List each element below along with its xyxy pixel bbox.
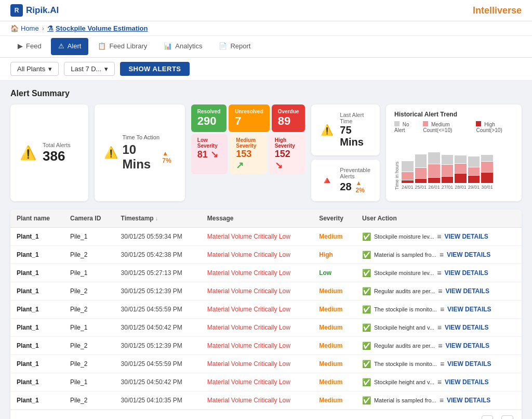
cell-camera-5: Pile_1 [64, 319, 115, 337]
cell-action-4: ✅ The stockpile is monito... ≡ VIEW DETA… [356, 300, 522, 319]
action-menu-icon-6[interactable]: ≡ [438, 342, 442, 350]
cell-action-8: ✅ Stockpile height and v... ≡ VIEW DETAI… [356, 373, 522, 391]
cell-severity-6: Medium [313, 337, 356, 355]
overdue-box: Overdue 89 [272, 104, 305, 132]
danger-icon-preventable: 🔺 [321, 174, 334, 187]
cell-camera-7: Pile_2 [64, 355, 115, 373]
action-text-3: Regular audits are per... [374, 288, 435, 294]
report-icon: 📄 [219, 42, 227, 50]
bar-27 [442, 136, 454, 183]
view-details-btn-5[interactable]: VIEW DETAILS [445, 324, 488, 331]
cell-camera-6: Pile_2 [64, 337, 115, 355]
cell-camera-0: Pile_1 [64, 228, 115, 246]
action-menu-icon-3[interactable]: ≡ [438, 287, 442, 295]
cell-action-3: ✅ Regular audits are per... ≡ VIEW DETAI… [356, 282, 522, 300]
breadcrumb-separator: › [42, 24, 44, 32]
logo: R Ripik.AI [10, 4, 59, 17]
next-page-button[interactable]: › [501, 415, 513, 419]
action-menu-icon-7[interactable]: ≡ [440, 360, 444, 368]
check-icon-1: ✅ [362, 251, 371, 259]
preventable-alerts-card: 🔺 Preventable Alerts 28 ▲ 2% [311, 160, 380, 201]
x-label-2: 26/01 [428, 185, 440, 190]
cell-message-9: Material Volume Critically Low [201, 391, 313, 410]
view-details-btn-8[interactable]: VIEW DETAILS [445, 378, 488, 386]
view-details-btn-0[interactable]: VIEW DETAILS [444, 233, 488, 240]
cell-plant-8: Plant_1 [10, 373, 64, 391]
cell-timestamp-5: 30/01/25 04:50:42 PM [115, 319, 201, 337]
action-text-1: Material is sampled fro... [374, 252, 436, 258]
bar-24 [402, 136, 414, 183]
action-menu-icon-1[interactable]: ≡ [440, 251, 444, 259]
prev-page-button[interactable]: ‹ [482, 415, 494, 419]
cell-action-2: ✅ Stockpile moisture lev... ≡ VIEW DETAI… [356, 264, 522, 282]
cell-action-9: ✅ Material is sampled fro... ≡ VIEW DETA… [356, 391, 522, 410]
cell-plant-7: Plant_1 [10, 355, 64, 373]
check-icon-5: ✅ [362, 323, 371, 332]
cell-plant-3: Plant_1 [10, 282, 64, 300]
table-row: Plant_1 Pile_2 30/01/25 04:10:35 PM Mate… [10, 391, 522, 410]
cell-plant-6: Plant_1 [10, 337, 64, 355]
view-details-btn-7[interactable]: VIEW DETAILS [447, 360, 491, 368]
col-timestamp[interactable]: Timestamp ↓ [115, 210, 201, 228]
tab-feed[interactable]: ▶ Feed [10, 38, 49, 55]
warning-icon-time: ⚠️ [104, 146, 118, 160]
top-header: R Ripik.AI Intelliverse [0, 0, 532, 21]
cell-severity-1: High [313, 246, 356, 264]
show-alerts-button[interactable]: SHOW ALERTS [120, 62, 189, 76]
action-text-9: Material is sampled fro... [374, 397, 436, 403]
table-body: Plant_1 Pile_1 30/01/25 05:59:34 PM Mate… [10, 228, 522, 410]
view-details-btn-2[interactable]: VIEW DETAILS [444, 269, 488, 277]
analytics-icon: 📊 [164, 42, 172, 50]
table-row: Plant_1 Pile_2 30/01/25 05:12:39 PM Mate… [10, 337, 522, 355]
bar-30 [481, 136, 493, 183]
cell-severity-9: Medium [313, 391, 356, 410]
alert-summary-title: Alert Summary [10, 89, 522, 98]
action-menu-icon-0[interactable]: ≡ [437, 232, 441, 241]
sort-icon: ↓ [155, 216, 158, 221]
warning-icon-last: ⚠️ [321, 124, 334, 136]
tab-analytics[interactable]: 📊 Analytics [156, 38, 209, 55]
high-severity-box: High Severity 152 ↘ [269, 134, 305, 174]
action-menu-icon-8[interactable]: ≡ [437, 378, 442, 386]
cell-plant-0: Plant_1 [10, 228, 64, 246]
action-menu-icon-9[interactable]: ≡ [440, 396, 444, 404]
breadcrumb-home[interactable]: 🏠 Home [10, 24, 39, 32]
view-details-btn-3[interactable]: VIEW DETAILS [445, 287, 489, 295]
action-text-2: Stockpile moisture lev... [374, 270, 434, 276]
tab-report[interactable]: 📄 Report [211, 38, 258, 55]
time-to-action-card: ⚠️ Time To Action 10 Mins ▲ 7% [95, 104, 184, 201]
plant-filter[interactable]: All Plants ▾ [10, 62, 59, 76]
table-row: Plant_1 Pile_2 30/01/25 04:55:59 PM Mate… [10, 300, 522, 319]
cell-severity-7: Medium [313, 355, 356, 373]
data-table-container: Plant name Camera ID Timestamp ↓ Message… [10, 210, 522, 419]
home-icon: 🏠 [10, 24, 19, 32]
view-details-btn-1[interactable]: VIEW DETAILS [447, 251, 490, 258]
tab-feed-library[interactable]: 📋 Feed Library [90, 38, 154, 55]
tab-alert[interactable]: ⚠ Alert [51, 38, 89, 55]
bar-no-alert [402, 161, 414, 172]
view-details-btn-9[interactable]: VIEW DETAILS [447, 397, 490, 404]
action-menu-icon-5[interactable]: ≡ [437, 323, 442, 332]
table-row: Plant_1 Pile_2 30/01/25 05:42:38 PM Mate… [10, 246, 522, 264]
cell-action-1: ✅ Material is sampled fro... ≡ VIEW DETA… [356, 246, 522, 264]
filter-bar: All Plants ▾ Last 7 D... ▾ SHOW ALERTS [0, 58, 532, 81]
action-menu-icon-4[interactable]: ≡ [440, 305, 444, 313]
chart-area: Time in hours [394, 136, 513, 190]
cell-timestamp-3: 30/01/25 05:12:39 PM [115, 282, 201, 300]
view-details-btn-4[interactable]: VIEW DETAILS [447, 306, 491, 313]
action-menu-icon-2[interactable]: ≡ [437, 269, 441, 277]
cell-message-5: Material Volume Critically Low [201, 319, 313, 337]
date-range-filter[interactable]: Last 7 D... ▾ [64, 62, 115, 76]
table-row: Plant_1 Pile_2 30/01/25 04:55:59 PM Mate… [10, 355, 522, 373]
cell-timestamp-2: 30/01/25 05:27:13 PM [115, 264, 201, 282]
cell-message-8: Material Volume Critically Low [201, 373, 313, 391]
chart-bars [402, 136, 493, 183]
check-icon-0: ✅ [362, 232, 371, 241]
check-icon-6: ✅ [362, 342, 371, 350]
cell-plant-4: Plant_1 [10, 300, 64, 319]
breadcrumb-current[interactable]: ⚗ Stockpile Volume Estimation [47, 24, 148, 32]
cell-plant-2: Plant_1 [10, 264, 64, 282]
bar-29 [468, 136, 480, 183]
action-text-5: Stockpile height and v... [374, 324, 434, 331]
view-details-btn-6[interactable]: VIEW DETAILS [445, 342, 489, 349]
